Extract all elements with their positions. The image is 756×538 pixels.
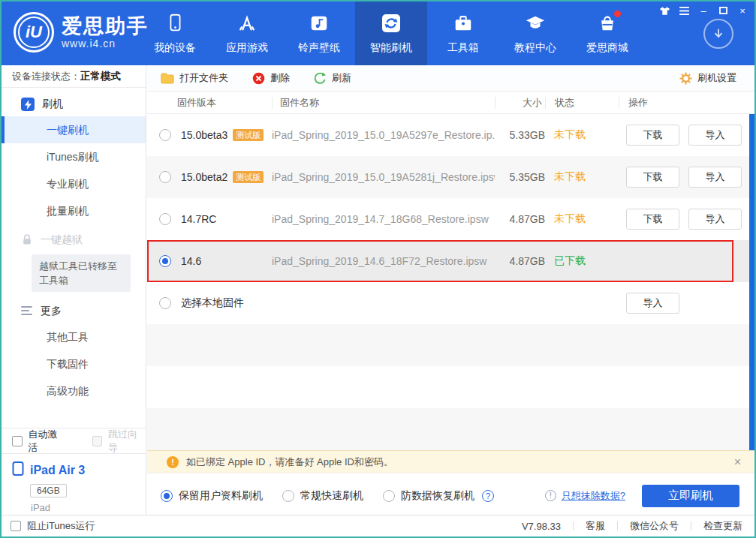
nav-ringtones[interactable]: 铃声壁纸 — [283, 2, 355, 65]
sidebar-item-itunes-flash[interactable]: iTunes刷机 — [2, 143, 146, 170]
block-itunes-checkbox[interactable] — [11, 521, 21, 531]
sidebar-item-batch-flash[interactable]: 批量刷机 — [2, 197, 146, 224]
download-manager-button[interactable] — [703, 19, 733, 49]
block-itunes-label: 阻止iTunes运行 — [27, 519, 95, 533]
local-firmware-row[interactable]: 选择本地固件 导入 — [147, 282, 754, 324]
connection-value: 正常模式 — [80, 70, 121, 83]
nav-toolbox[interactable]: 工具箱 — [427, 2, 499, 65]
firmware-radio[interactable] — [159, 213, 171, 225]
logo-mark: iU — [16, 14, 52, 50]
firmware-size: 4.87GB — [495, 255, 545, 267]
firmware-radio[interactable] — [159, 171, 171, 183]
beta-tag: 测试版 — [233, 129, 264, 141]
nav-label: 我的设备 — [154, 41, 196, 55]
sidebar-group-flash: 刷机 — [2, 92, 146, 116]
sidebar-group-more: 更多 — [2, 299, 146, 323]
close-button[interactable]: × — [735, 5, 750, 17]
download-firmware-button[interactable]: 下载 — [626, 209, 679, 230]
download-firmware-button[interactable]: 下载 — [626, 167, 679, 188]
auto-activate-checkbox[interactable] — [12, 436, 23, 446]
device-capacity-badge: 64GB — [30, 484, 67, 497]
firmware-row[interactable]: 14.7RC iPad_Spring_2019_14.7_18G68_Resto… — [147, 198, 754, 240]
firmware-radio[interactable] — [159, 129, 171, 141]
check-update-link[interactable]: 检查更新 — [703, 519, 742, 533]
app-window: iU 爱思助手 www.i4.cn 我的设备 应用游戏 — [0, 0, 756, 538]
minimize-button[interactable]: – — [696, 5, 711, 17]
firmware-status: 未下载 — [545, 212, 619, 226]
sidebar-item-other-tools[interactable]: 其他工具 — [2, 323, 146, 350]
firmware-radio[interactable] — [159, 255, 171, 267]
firmware-version: 14.6 — [181, 255, 201, 267]
nav-tutorials[interactable]: 教程中心 — [499, 2, 571, 65]
menu-lines-icon — [21, 305, 33, 317]
flash-settings-button[interactable]: 刷机设置 — [679, 71, 736, 85]
notification-dot — [614, 11, 621, 17]
app-logo: iU 爱思助手 www.i4.cn — [14, 12, 149, 53]
connection-label: 设备连接状态： — [12, 70, 80, 83]
warning-icon: ! — [167, 456, 179, 468]
col-action: 操作 — [619, 97, 754, 109]
erase-data-link[interactable]: 只想抹除数据? — [562, 489, 625, 503]
app-store-icon — [236, 12, 258, 35]
mode-normal-fast[interactable]: 常规快速刷机 — [282, 489, 363, 503]
mode-keep-data[interactable]: 保留用户资料刷机 — [161, 489, 263, 503]
nav-label: 应用游戏 — [226, 41, 268, 55]
firmware-row-selected[interactable]: 14.6 iPad_Spring_2019_14.6_18F72_Restore… — [147, 240, 754, 282]
nav-my-device[interactable]: 我的设备 — [139, 2, 211, 65]
flash-options: 保留用户资料刷机 常规快速刷机 防数据恢复刷机 ? ! 只想抹除数据? 立即刷机 — [147, 473, 754, 518]
col-version: 固件版本 — [147, 97, 272, 109]
vertical-scrollbar[interactable] — [749, 114, 754, 450]
skip-setup-checkbox[interactable] — [92, 436, 103, 446]
wechat-link[interactable]: 微信公众号 — [630, 519, 679, 533]
notice-close-icon[interactable]: × — [734, 455, 741, 469]
nav-smart-flash[interactable]: 智能刷机 — [355, 2, 427, 65]
firmware-radio[interactable] — [159, 297, 171, 309]
delete-label: 删除 — [270, 71, 290, 85]
delete-icon — [252, 72, 265, 85]
window-controls: – × — [657, 5, 750, 17]
mode-radio[interactable] — [161, 490, 173, 502]
customer-service-link[interactable]: 客服 — [586, 519, 605, 533]
import-firmware-button[interactable]: 导入 — [688, 125, 742, 146]
ipad-icon — [12, 461, 24, 479]
theme-icon[interactable] — [657, 5, 672, 17]
skip-setup-label: 跳过向导 — [108, 428, 146, 455]
device-panel: iPad Air 3 64GB iPad — [2, 453, 146, 513]
sidebar-item-advanced[interactable]: 高级功能 — [2, 377, 146, 404]
mode-radio[interactable] — [282, 490, 294, 502]
help-icon[interactable]: ? — [482, 490, 494, 502]
sidebar-item-one-key-flash[interactable]: 一键刷机 — [2, 116, 146, 143]
sidebar-item-download-firmware[interactable]: 下载固件 — [2, 350, 146, 377]
mode-radio[interactable] — [383, 490, 395, 502]
delete-button[interactable]: 删除 — [252, 71, 290, 85]
mode-anti-recovery[interactable]: 防数据恢复刷机 ? — [383, 489, 494, 503]
import-firmware-button[interactable]: 导入 — [688, 209, 742, 230]
refresh-button[interactable]: 刷新 — [314, 71, 351, 85]
status-bar: 阻止iTunes运行 V7.98.33 客服 微信公众号 检查更新 — [2, 515, 754, 536]
nav-label: 工具箱 — [447, 41, 479, 55]
maximize-button[interactable] — [715, 5, 730, 17]
firmware-version: 14.7RC — [181, 213, 216, 225]
menu-icon[interactable] — [676, 5, 691, 17]
col-status: 状态 — [545, 97, 619, 109]
nav-apps-games[interactable]: 应用游戏 — [211, 2, 283, 65]
empty-row — [147, 366, 754, 408]
firmware-row[interactable]: 15.0beta2测试版 iPad_Spring_2019_15.0_19A52… — [147, 156, 754, 198]
download-firmware-button[interactable]: 下载 — [626, 125, 679, 146]
nav-store[interactable]: 爱思商城 — [571, 2, 643, 65]
open-folder-button[interactable]: 打开文件夹 — [161, 71, 228, 85]
music-note-icon — [309, 12, 330, 35]
app-title: 爱思助手 — [62, 15, 149, 38]
nav-label: 铃声壁纸 — [298, 41, 340, 55]
flash-now-button[interactable]: 立即刷机 — [642, 485, 739, 507]
col-name: 固件名称 — [272, 97, 495, 109]
divider — [573, 521, 574, 530]
import-firmware-button[interactable]: 导入 — [688, 167, 742, 188]
sync-icon — [380, 12, 402, 35]
firmware-row[interactable]: 15.0beta3测试版 iPad_Spring_2019_15.0_19A52… — [147, 114, 754, 156]
device-icon — [164, 12, 185, 35]
sidebar-item-pro-flash[interactable]: 专业刷机 — [2, 170, 146, 197]
device-name: iPad Air 3 — [30, 464, 85, 477]
import-firmware-button[interactable]: 导入 — [626, 293, 679, 314]
sidebar: 设备连接状态： 正常模式 刷机 一键刷机 iTunes刷机 专业刷机 批量刷机 … — [2, 65, 146, 515]
